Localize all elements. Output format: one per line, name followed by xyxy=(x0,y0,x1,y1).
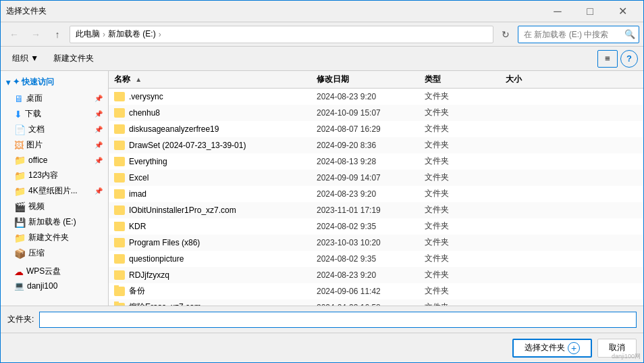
breadcrumb-sep1: › xyxy=(103,30,105,39)
view-button[interactable]: ≡ xyxy=(597,50,618,68)
file-type: 文件夹 xyxy=(425,204,506,216)
folder-icon xyxy=(114,303,125,306)
table-row[interactable]: 擦除Erase_xz7.com 2024-04-23 16:58 文件夹 xyxy=(109,299,643,306)
minimize-button[interactable]: ─ xyxy=(542,2,573,21)
file-date: 2024-08-23 9:20 xyxy=(317,189,425,199)
table-row[interactable]: questionpicture 2024-08-02 9:35 文件夹 xyxy=(109,251,643,267)
table-row[interactable]: DrawSet (2024-07-23_13-39-01) 2024-09-20… xyxy=(109,137,643,153)
file-type: 文件夹 xyxy=(425,285,506,297)
table-row[interactable]: IObitUninstaller1Pro_xz7.com 2023-11-01 … xyxy=(109,202,643,218)
folder-icon xyxy=(114,141,125,150)
office-folder-icon: 📁 xyxy=(14,155,26,166)
table-row[interactable]: imad 2024-08-23 9:20 文件夹 xyxy=(109,186,643,202)
title-bar-text: 选择文件夹 xyxy=(6,5,542,17)
file-type: 文件夹 xyxy=(425,220,506,232)
toolbar: 组织 ▼ 新建文件夹 ≡ ? xyxy=(1,47,643,71)
sidebar-item-drive[interactable]: 💾 新加载卷 (E:) xyxy=(1,214,108,230)
organize-button[interactable]: 组织 ▼ xyxy=(6,50,45,68)
quick-access-label: ✦ 快速访问 xyxy=(13,76,54,88)
col-header-date[interactable]: 修改日期 xyxy=(317,74,425,85)
sidebar-item-office[interactable]: 📁 office 📌 xyxy=(1,153,108,168)
close-button[interactable]: ✕ xyxy=(607,2,638,21)
danji100-icon: 💻 xyxy=(14,281,24,291)
sidebar-item-download[interactable]: ⬇ 下载 📌 xyxy=(1,106,108,122)
plus-icon: + xyxy=(568,342,580,354)
folder-icon xyxy=(114,189,125,199)
bottom-bar: 文件夹: xyxy=(1,306,643,333)
folder-name-input[interactable] xyxy=(39,312,637,328)
up-button[interactable]: ↑ xyxy=(48,26,67,43)
table-row[interactable]: RDJjfzyxzq 2024-08-23 9:20 文件夹 xyxy=(109,267,643,283)
file-name-text: RDJjfzyxzq xyxy=(129,270,169,280)
quick-access-header[interactable]: ▾ ✦ 快速访问 xyxy=(1,74,108,91)
file-type: 文件夹 xyxy=(425,269,506,281)
breadcrumb[interactable]: 此电脑 › 新加载卷 (E:) › xyxy=(70,26,493,43)
col-header-size[interactable]: 大小 xyxy=(506,74,560,85)
view-icon: ≡ xyxy=(605,53,610,64)
folder-icon xyxy=(114,270,125,280)
file-name-text: DrawSet (2024-07-23_13-39-01) xyxy=(129,141,246,150)
back-button[interactable]: ← xyxy=(5,26,24,43)
sidebar-label-office: office xyxy=(28,155,47,165)
table-row[interactable]: Everything 2024-08-13 9:28 文件夹 xyxy=(109,153,643,170)
sidebar-label-drive: 新加载卷 (E:) xyxy=(28,216,76,228)
pin-icon-desktop: 📌 xyxy=(95,95,103,102)
sidebar-item-123[interactable]: 📁 123内容 xyxy=(1,168,108,183)
col-header-type[interactable]: 类型 xyxy=(425,74,506,85)
table-row[interactable]: Program Files (x86) 2023-10-03 10:20 文件夹 xyxy=(109,235,643,251)
video-icon: 🎬 xyxy=(14,201,26,212)
file-type: 文件夹 xyxy=(425,139,506,151)
search-wrap: 🔍 xyxy=(518,26,639,43)
folder-icon xyxy=(114,287,125,296)
file-name-text: diskusageanalyzerfree19 xyxy=(129,124,219,134)
sidebar-item-desktop[interactable]: 🖥 桌面 📌 xyxy=(1,91,108,106)
action-area: 选择文件夹 + 取消 danji100网 xyxy=(1,333,643,362)
table-row[interactable]: KDR 2024-08-02 9:35 文件夹 xyxy=(109,218,643,235)
table-row[interactable]: .verysync 2024-08-23 9:20 文件夹 xyxy=(109,89,643,105)
sidebar-label-wps: WPS云盘 xyxy=(26,266,61,277)
help-icon: ? xyxy=(626,53,632,64)
sidebar-item-wps[interactable]: ☁ WPS云盘 xyxy=(1,264,108,279)
wallpaper-folder-icon: 📁 xyxy=(14,186,26,197)
sidebar-item-doc[interactable]: 📄 文档 📌 xyxy=(1,122,108,137)
sidebar-item-video[interactable]: 🎬 视频 xyxy=(1,199,108,214)
sidebar-label-123: 123内容 xyxy=(28,170,58,181)
select-folder-button[interactable]: 选择文件夹 + xyxy=(512,339,592,358)
maximize-button[interactable]: □ xyxy=(574,2,606,21)
drive-icon: 💾 xyxy=(14,217,26,228)
file-name-text: .verysync xyxy=(129,92,163,101)
table-row[interactable]: 备份 2024-09-06 11:42 文件夹 xyxy=(109,283,643,299)
sidebar-label-wallpaper: 4K壁纸图片... xyxy=(28,185,78,197)
sidebar-item-zip[interactable]: 📦 压缩 xyxy=(1,245,108,261)
folder-label: 文件夹: xyxy=(7,314,34,325)
desktop-icon: 🖥 xyxy=(14,93,24,104)
sidebar-label-doc: 文档 xyxy=(28,124,45,135)
table-row[interactable]: chenhu8 2024-10-09 15:07 文件夹 xyxy=(109,105,643,121)
help-button[interactable]: ? xyxy=(620,50,638,68)
search-input[interactable] xyxy=(518,26,639,43)
file-name-text: Everything xyxy=(129,157,167,166)
folder-icon xyxy=(114,222,125,231)
file-name-text: imad xyxy=(129,189,146,199)
folder-icon xyxy=(114,173,125,183)
sidebar-item-wallpaper[interactable]: 📁 4K壁纸图片... 📌 xyxy=(1,183,108,199)
zip-icon: 📦 xyxy=(14,248,26,259)
title-bar: 选择文件夹 ─ □ ✕ xyxy=(1,1,643,22)
forward-button[interactable]: → xyxy=(26,26,45,43)
sidebar-item-danji100[interactable]: 💻 danji100 xyxy=(1,279,108,293)
file-name-text: chenhu8 xyxy=(129,108,160,118)
table-row[interactable]: diskusageanalyzerfree19 2024-08-07 16:29… xyxy=(109,121,643,137)
folder-icon xyxy=(114,108,125,118)
sidebar-item-newfolder[interactable]: 📁 新建文件夹 xyxy=(1,230,108,245)
folder-icon xyxy=(114,124,125,134)
window: 选择文件夹 ─ □ ✕ ← → ↑ 此电脑 › 新加载卷 (E:) › ↻ 🔍 … xyxy=(0,0,644,363)
new-folder-button[interactable]: 新建文件夹 xyxy=(47,50,100,68)
col-header-name[interactable]: 名称 ▲ xyxy=(114,74,317,85)
sidebar-item-picture[interactable]: 🖼 图片 📌 xyxy=(1,137,108,153)
folder-icon xyxy=(114,238,125,247)
table-row[interactable]: Excel 2024-09-09 14:07 文件夹 xyxy=(109,170,643,186)
file-list-header: 名称 ▲ 修改日期 类型 大小 xyxy=(109,71,643,89)
refresh-button[interactable]: ↻ xyxy=(496,26,515,43)
folder-icon xyxy=(114,157,125,166)
file-type: 文件夹 xyxy=(425,172,506,183)
